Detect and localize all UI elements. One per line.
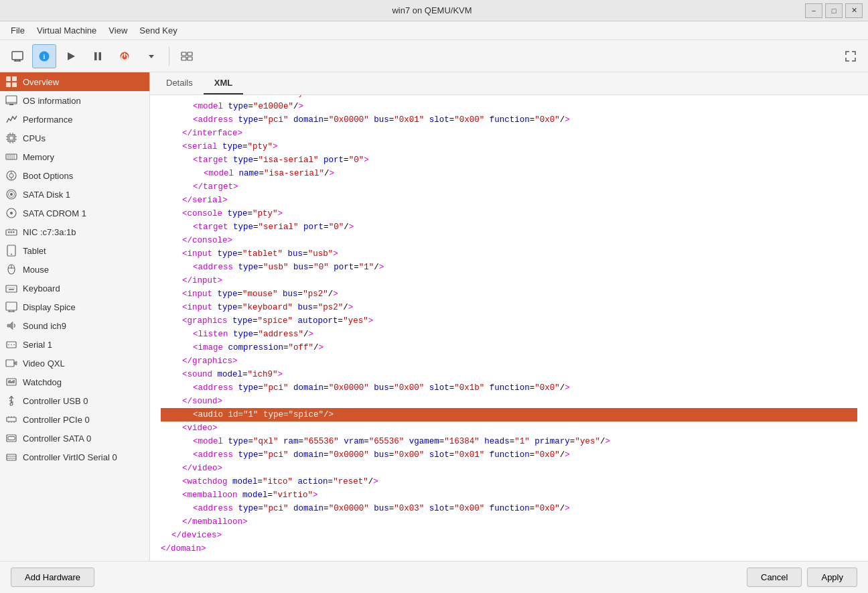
apply-button[interactable]: Apply [807, 568, 857, 587]
xml-line: </video> [161, 462, 857, 475]
xml-line: <console type="pty"> [161, 207, 857, 220]
xml-line: </domain> [161, 542, 857, 555]
sidebar-item-sata-disk-1[interactable]: SATA Disk 1 [0, 185, 149, 204]
sidebar-item-controller-sata-0[interactable]: Controller SATA 0 [0, 429, 149, 448]
sidebar-item-video-qxl[interactable]: Video QXL [0, 354, 149, 373]
bottombar-left: Add Hardware [11, 568, 94, 587]
xml-line: <model type="qxl" ram="65536" vram="6553… [161, 435, 857, 448]
svg-point-68 [8, 344, 9, 346]
svg-text:i: i [44, 53, 46, 60]
sidebar-item-controller-pcie-0[interactable]: Controller PCIe 0 [0, 410, 149, 429]
xml-line: <source network="analysis"/> [161, 95, 857, 100]
serial-icon [5, 338, 17, 350]
sidebar-item-cpus[interactable]: CPUs [0, 129, 149, 147]
sidebar-item-keyboard[interactable]: Keyboard [0, 279, 149, 298]
video-icon [5, 357, 17, 369]
info-button[interactable]: i [32, 44, 56, 68]
svg-rect-16 [12, 76, 17, 81]
content-area: Details XML <interface type="network"><m… [150, 72, 868, 561]
xml-line: <input type="mouse" bus="ps2"/> [161, 287, 857, 301]
keyboard-icon [5, 282, 17, 294]
dropdown-button[interactable] [139, 44, 163, 68]
sidebar-label-video-qxl: Video QXL [23, 358, 65, 369]
sidebar-item-boot-options[interactable]: Boot Options [0, 166, 149, 185]
xml-line: <image compression="off"/> [161, 341, 857, 354]
svg-rect-51 [13, 232, 15, 233]
svg-rect-93 [7, 454, 16, 460]
menu-view[interactable]: View [103, 23, 133, 38]
svg-point-69 [11, 344, 12, 346]
xml-line: <audio id="1" type="spice"/> [161, 408, 857, 421]
sidebar-item-controller-virtio-serial-0[interactable]: Controller VirtIO Serial 0 [0, 448, 149, 466]
menu-file[interactable]: File [5, 23, 30, 38]
sidebar-item-serial-1[interactable]: Serial 1 [0, 335, 149, 354]
xml-line: <model name="isa-serial"/> [161, 167, 857, 180]
menu-send-key[interactable]: Send Key [134, 23, 182, 38]
xml-line: </serial> [161, 194, 857, 207]
xml-line: <graphics type="spice" autoport="yes"> [161, 314, 857, 328]
sidebar-item-controller-usb-0[interactable]: Controller USB 0 [0, 391, 149, 410]
xml-line: </devices> [161, 529, 857, 542]
sidebar-item-overview[interactable]: Overview [0, 72, 149, 91]
fullscreen-button[interactable] [839, 44, 863, 68]
svg-rect-84 [7, 417, 16, 421]
xml-line: <serial type="pty"> [161, 140, 857, 153]
mouse-icon [5, 263, 17, 275]
menu-virtual-machine[interactable]: Virtual Machine [31, 23, 102, 38]
svg-rect-17 [6, 82, 11, 87]
minimize-button[interactable]: − [805, 3, 822, 18]
sidebar-item-performance[interactable]: Performance [0, 110, 149, 129]
play-button[interactable] [59, 44, 83, 68]
migrate-button[interactable] [175, 44, 199, 68]
sidebar-label-cpus: CPUs [23, 133, 46, 143]
xml-line: </memballoon> [161, 515, 857, 529]
titlebar-title: win7 on QEMU/KVM [59, 5, 805, 15]
sidebar-item-sata-cdrom-1[interactable]: SATA CDROM 1 [0, 204, 149, 222]
tab-xml[interactable]: XML [204, 72, 243, 94]
cpus-icon [5, 132, 17, 144]
svg-marker-66 [7, 322, 13, 330]
pause-button[interactable] [86, 44, 110, 68]
svg-marker-72 [14, 361, 17, 365]
boot-icon [5, 170, 17, 182]
svg-rect-7 [94, 52, 97, 60]
xml-editor[interactable]: <interface type="network"><mac address="… [150, 95, 868, 561]
cancel-button[interactable]: Cancel [747, 568, 802, 587]
menubar: File Virtual Machine View Send Key [0, 21, 868, 40]
sidebar-item-memory[interactable]: Memory [0, 147, 149, 166]
tab-details[interactable]: Details [155, 72, 204, 94]
xml-line: <address type="pci" domain="0x0000" bus=… [161, 381, 857, 395]
screen-button[interactable] [5, 44, 29, 68]
xml-line: <address type="usb" bus="0" port="1"/> [161, 261, 857, 274]
xml-line: <target type="isa-serial" port="0"> [161, 153, 857, 167]
watchdog-icon [5, 376, 17, 388]
overview-icon [5, 76, 17, 88]
sidebar-label-keyboard: Keyboard [23, 283, 60, 293]
sidebar-label-sata-cdrom-1: SATA CDROM 1 [23, 208, 86, 218]
sidebar-label-sound-ich9: Sound ich9 [23, 321, 66, 331]
sidebar-item-display-spice[interactable]: Display Spice [0, 298, 149, 316]
add-hardware-button[interactable]: Add Hardware [11, 568, 94, 587]
sidebar-label-mouse: Mouse [23, 265, 49, 275]
svg-point-38 [9, 174, 13, 178]
close-button[interactable]: ✕ [845, 3, 863, 18]
xml-line: <watchdog model="itco" action="reset"/> [161, 475, 857, 488]
svg-rect-71 [6, 360, 14, 367]
svg-rect-12 [188, 52, 192, 56]
maximize-button[interactable]: □ [825, 3, 843, 18]
sidebar-item-os-information[interactable]: OS information [0, 91, 149, 110]
sidebar-item-watchdog[interactable]: Watchdog [0, 373, 149, 391]
sidebar-item-tablet[interactable]: Tablet [0, 241, 149, 260]
sidebar-item-nic[interactable]: NIC :c7:3a:1b [0, 222, 149, 241]
sidebar-item-mouse[interactable]: Mouse [0, 260, 149, 279]
sidebar-item-sound-ich9[interactable]: Sound ich9 [0, 316, 149, 335]
sidebar-label-controller-virtio: Controller VirtIO Serial 0 [23, 452, 117, 462]
sidebar-label-controller-pcie-0: Controller PCIe 0 [23, 415, 90, 425]
power-button[interactable] [113, 44, 137, 68]
bottombar-right: Cancel Apply [747, 568, 857, 587]
sidebar-label-boot: Boot Options [23, 171, 73, 181]
xml-line: <target type="serial" port="0"/> [161, 220, 857, 234]
svg-rect-13 [182, 57, 186, 60]
sound-icon [5, 320, 17, 332]
sidebar-label-controller-sata-0: Controller SATA 0 [23, 434, 91, 444]
